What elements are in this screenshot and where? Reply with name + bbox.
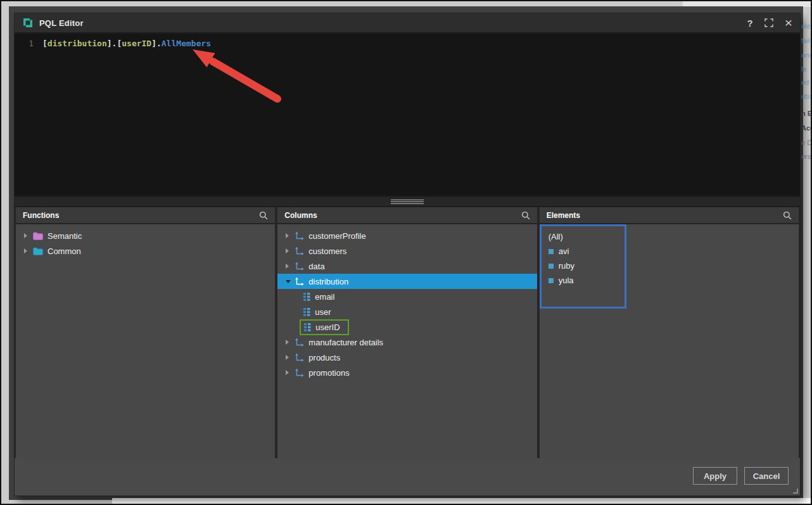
code-line: 1[distribution].[userID].AllMembers — [15, 39, 800, 48]
panels-row: Functions Semantic — [15, 207, 800, 458]
code-token: [ — [42, 39, 48, 48]
chevron-right-icon[interactable] — [286, 248, 295, 253]
columns-tree: customerProfile customers — [277, 224, 536, 458]
tree-item-userid[interactable]: userID — [277, 319, 536, 335]
functions-panel-header: Functions — [16, 207, 275, 224]
folder-icon — [33, 232, 43, 240]
tree-item-label: distribution — [308, 277, 348, 286]
help-button[interactable]: ? — [747, 18, 753, 29]
background-text-fragment: le — [801, 65, 807, 73]
pql-editor-dialog: PQL Editor ? × 1[distribution].[userID].… — [14, 13, 801, 496]
tree-item-label: userID — [315, 323, 339, 332]
table-icon — [295, 246, 304, 256]
tree-item-user[interactable]: user — [277, 304, 536, 319]
background-text-fragment: ule — [801, 22, 811, 30]
folder-icon — [33, 247, 43, 255]
chevron-right-icon[interactable] — [286, 340, 295, 345]
tree-item-label: promotions — [308, 368, 349, 378]
background-text-fragment: e D — [801, 139, 811, 146]
list-item-label: ruby — [559, 261, 574, 271]
elements-panel-header: Elements — [540, 207, 799, 224]
table-icon — [295, 262, 304, 271]
tree-item-common[interactable]: Common — [16, 243, 275, 259]
maximize-button[interactable] — [764, 18, 773, 27]
column-icon — [304, 323, 311, 331]
background-text-fragment: ons — [801, 51, 811, 59]
search-icon[interactable] — [259, 211, 268, 220]
screen: ule tail ons le ed utic n E Acc e D ers … — [0, 0, 812, 505]
editor-splitter — [15, 197, 800, 207]
table-icon — [295, 353, 304, 362]
functions-panel-title: Functions — [23, 211, 59, 220]
background-text-fragment: tail — [801, 37, 810, 44]
column-icon — [303, 308, 310, 316]
code-token: ] — [107, 39, 112, 48]
tree-item-distribution[interactable]: distribution — [277, 274, 536, 289]
chevron-right-icon[interactable] — [286, 370, 295, 375]
tree-item-label: email — [315, 292, 334, 302]
tree-item-promotions[interactable]: promotions — [277, 365, 536, 380]
elements-panel-title: Elements — [547, 211, 580, 220]
chevron-right-icon[interactable] — [24, 233, 33, 238]
chevron-right-icon[interactable] — [286, 233, 295, 238]
list-item-label: (All) — [549, 232, 563, 241]
code-editor[interactable]: 1[distribution].[userID].AllMembers — [15, 34, 800, 197]
tree-item-data[interactable]: data — [277, 259, 536, 274]
tree-item-semantic[interactable]: Semantic — [16, 228, 275, 243]
list-item-all[interactable]: (All) — [542, 229, 625, 244]
tree-item-label: customers — [308, 246, 346, 256]
list-item-yula[interactable]: yula — [542, 273, 625, 288]
close-button[interactable]: × — [785, 17, 792, 29]
table-icon — [295, 231, 304, 241]
maximize-icon — [764, 18, 773, 27]
dialog-footer: Apply Cancel — [15, 458, 800, 495]
list-item-ruby[interactable]: ruby — [542, 259, 625, 273]
chevron-right-icon[interactable] — [286, 355, 295, 360]
background-text-fragment: ed — [801, 79, 809, 86]
columns-panel-header: Columns — [277, 207, 536, 224]
tree-item-customers[interactable]: customers — [277, 243, 536, 259]
table-icon — [295, 368, 304, 378]
functions-tree: Semantic Common — [16, 224, 275, 458]
columns-panel: Columns customerProfile — [277, 207, 536, 458]
tree-item-products[interactable]: products — [277, 350, 536, 365]
tree-item-customerprofile[interactable]: customerProfile — [277, 228, 536, 243]
elements-highlight-box: (All) avi ruby yula — [540, 224, 626, 309]
tree-item-label: Common — [48, 246, 81, 256]
dialog-titlebar[interactable]: PQL Editor ? × — [15, 13, 800, 34]
code-token: userID — [122, 39, 151, 48]
elements-list: (All) avi ruby yula — [540, 224, 799, 458]
splitter-handle[interactable] — [391, 200, 424, 204]
code-token: . — [156, 39, 162, 48]
element-bullet-icon — [549, 249, 554, 254]
cancel-button[interactable]: Cancel — [744, 467, 789, 485]
tree-item-manufacturer-details[interactable]: manufacturer details — [277, 335, 536, 350]
background-text-fragment: ers — [801, 153, 811, 160]
resize-grip[interactable] — [793, 489, 798, 494]
apply-button[interactable]: Apply — [693, 467, 737, 485]
dialog-title: PQL Editor — [39, 18, 84, 28]
search-icon[interactable] — [783, 211, 792, 220]
tree-item-label: products — [308, 353, 340, 362]
column-icon — [303, 293, 310, 301]
code-token: AllMembers — [162, 39, 211, 48]
list-item-label: yula — [559, 276, 574, 285]
tree-item-label: user — [315, 307, 331, 317]
chevron-right-icon[interactable] — [24, 248, 33, 253]
tree-item-label: Semantic — [48, 231, 82, 241]
chevron-right-icon[interactable] — [286, 264, 295, 269]
table-icon — [295, 277, 304, 286]
userid-highlight-box: userID — [300, 319, 348, 335]
pql-logo-icon — [22, 17, 34, 29]
tree-item-email[interactable]: email — [277, 289, 536, 304]
chevron-down-icon[interactable] — [286, 280, 295, 283]
background-text-fragment: utic — [801, 93, 811, 100]
search-icon[interactable] — [521, 211, 530, 220]
element-bullet-icon — [549, 264, 554, 269]
background-app-bottom-strip — [112, 498, 811, 504]
element-bullet-icon — [549, 278, 554, 283]
tree-item-label: customerProfile — [308, 231, 365, 241]
list-item-avi[interactable]: avi — [542, 244, 625, 259]
elements-panel: Elements (All) avi — [540, 207, 799, 458]
list-item-label: avi — [559, 246, 569, 256]
